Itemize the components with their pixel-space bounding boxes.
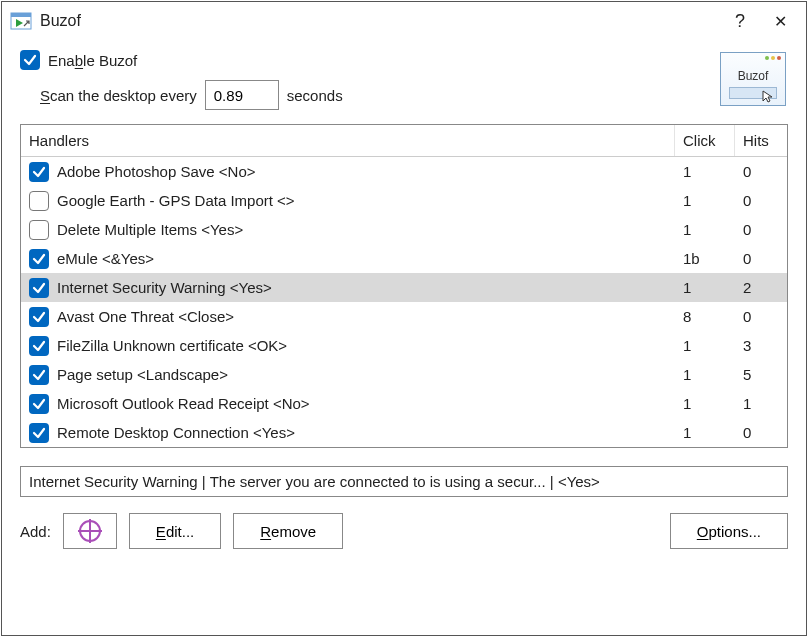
row-checkbox[interactable]	[29, 220, 49, 240]
table-row[interactable]: Page setup <Landscape>15	[21, 360, 787, 389]
row-checkbox[interactable]	[29, 365, 49, 385]
edit-button[interactable]: Edit...	[129, 513, 221, 549]
table-row[interactable]: Microsoft Outlook Read Receipt <No>11	[21, 389, 787, 418]
row-label: Delete Multiple Items <Yes>	[57, 221, 243, 238]
row-click: 1	[675, 331, 735, 360]
row-hits: 1	[735, 389, 787, 418]
row-hits: 5	[735, 360, 787, 389]
row-label: Avast One Threat <Close>	[57, 308, 234, 325]
row-hits: 0	[735, 186, 787, 215]
scan-interval-input[interactable]	[205, 80, 279, 110]
row-checkbox[interactable]	[29, 191, 49, 211]
cursor-icon	[761, 89, 775, 103]
options-button[interactable]: Options...	[670, 513, 788, 549]
row-hits: 0	[735, 302, 787, 331]
table-row[interactable]: Google Earth - GPS Data Import <>10	[21, 186, 787, 215]
handlers-table: Handlers Click Hits Adobe Photoshop Save…	[20, 124, 788, 448]
help-button[interactable]: ?	[720, 11, 760, 32]
window-title: Buzof	[40, 12, 81, 30]
row-label: Internet Security Warning <Yes>	[57, 279, 272, 296]
row-click: 1	[675, 215, 735, 244]
scan-label: Scan the desktop every	[40, 87, 197, 104]
enable-label: Enable Buzof	[48, 52, 137, 69]
row-label: Remote Desktop Connection <Yes>	[57, 424, 295, 441]
col-hits[interactable]: Hits	[735, 125, 787, 156]
status-text: Internet Security Warning | The server y…	[29, 473, 600, 490]
add-target-button[interactable]	[63, 513, 117, 549]
row-checkbox[interactable]	[29, 307, 49, 327]
col-handlers[interactable]: Handlers	[21, 125, 675, 156]
row-hits: 2	[735, 273, 787, 302]
row-label: Google Earth - GPS Data Import <>	[57, 192, 295, 209]
row-click: 1	[675, 360, 735, 389]
row-checkbox[interactable]	[29, 423, 49, 443]
row-label: Page setup <Landscape>	[57, 366, 228, 383]
table-row[interactable]: Remote Desktop Connection <Yes>10	[21, 418, 787, 447]
row-click: 1	[675, 389, 735, 418]
col-click[interactable]: Click	[675, 125, 735, 156]
scan-suffix: seconds	[287, 87, 343, 104]
row-click: 1	[675, 418, 735, 447]
table-row[interactable]: FileZilla Unknown certificate <OK>13	[21, 331, 787, 360]
row-label: FileZilla Unknown certificate <OK>	[57, 337, 287, 354]
add-label: Add:	[20, 523, 51, 540]
app-icon	[10, 10, 32, 32]
row-checkbox[interactable]	[29, 162, 49, 182]
row-click: 1b	[675, 244, 735, 273]
table-row[interactable]: Avast One Threat <Close>80	[21, 302, 787, 331]
row-hits: 0	[735, 418, 787, 447]
row-hits: 0	[735, 244, 787, 273]
status-bar: Internet Security Warning | The server y…	[20, 466, 788, 497]
window: Buzof ? ✕ Enable Buzof Scan the desktop …	[1, 1, 807, 636]
row-label: Microsoft Outlook Read Receipt <No>	[57, 395, 310, 412]
row-hits: 3	[735, 331, 787, 360]
row-checkbox[interactable]	[29, 394, 49, 414]
row-label: eMule <&Yes>	[57, 250, 154, 267]
row-click: 1	[675, 273, 735, 302]
table-row[interactable]: Internet Security Warning <Yes>12	[21, 273, 787, 302]
row-click: 1	[675, 157, 735, 186]
row-hits: 0	[735, 157, 787, 186]
row-label: Adobe Photoshop Save <No>	[57, 163, 256, 180]
row-hits: 0	[735, 215, 787, 244]
enable-checkbox[interactable]	[20, 50, 40, 70]
buzof-logo-button[interactable]: Buzof	[720, 52, 786, 106]
row-checkbox[interactable]	[29, 336, 49, 356]
row-checkbox[interactable]	[29, 249, 49, 269]
content: Enable Buzof Scan the desktop every seco…	[2, 40, 806, 635]
row-checkbox[interactable]	[29, 278, 49, 298]
table-row[interactable]: Delete Multiple Items <Yes>10	[21, 215, 787, 244]
svg-rect-1	[11, 13, 31, 17]
row-click: 8	[675, 302, 735, 331]
crosshair-icon	[78, 519, 102, 543]
table-row[interactable]: Adobe Photoshop Save <No>10	[21, 157, 787, 186]
titlebar: Buzof ? ✕	[2, 2, 806, 40]
table-header: Handlers Click Hits	[21, 125, 787, 157]
row-click: 1	[675, 186, 735, 215]
close-button[interactable]: ✕	[760, 12, 800, 31]
remove-button[interactable]: Remove	[233, 513, 343, 549]
table-row[interactable]: eMule <&Yes>1b0	[21, 244, 787, 273]
